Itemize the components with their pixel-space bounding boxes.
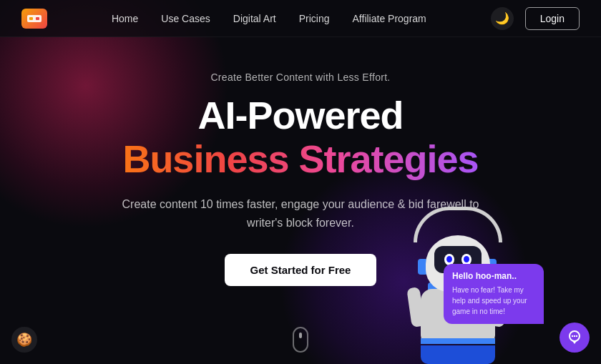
- nav-digital-art[interactable]: Digital Art: [233, 13, 276, 24]
- hero-title-white: AI-Powered: [197, 94, 403, 137]
- svg-point-5: [574, 335, 575, 337]
- cta-button[interactable]: Get Started for Free: [225, 254, 377, 286]
- nav-use-cases[interactable]: Use Cases: [161, 13, 210, 24]
- cookie-button[interactable]: 🍪: [11, 327, 37, 353]
- login-button[interactable]: Login: [525, 7, 580, 30]
- scroll-dot: [299, 333, 302, 338]
- nav-home[interactable]: Home: [112, 13, 138, 24]
- chat-icon: [567, 330, 582, 345]
- chat-bubble: Hello hoo-man.. Have no fear! Take my he…: [444, 264, 544, 324]
- robot-illustration: Hello hoo-man.. Have no fear! Take my he…: [386, 221, 544, 364]
- logo[interactable]: [21, 9, 47, 29]
- scroll-indicator: [293, 327, 308, 353]
- logo-icon: [21, 9, 47, 29]
- dark-mode-toggle[interactable]: 🌙: [491, 7, 514, 30]
- nav-affiliate[interactable]: Affiliate Program: [353, 13, 426, 24]
- nav-pricing[interactable]: Pricing: [299, 13, 330, 24]
- scroll-pill: [293, 327, 308, 353]
- nav-links: Home Use Cases Digital Art Pricing Affil…: [112, 13, 426, 24]
- chat-bubble-text: Have no fear! Take my help and speed up …: [452, 285, 535, 317]
- nav-right: 🌙 Login: [491, 7, 580, 30]
- svg-rect-2: [36, 17, 39, 20]
- robot-stripe-1: [421, 338, 495, 344]
- chat-support-button[interactable]: [560, 323, 590, 353]
- svg-rect-1: [29, 17, 33, 20]
- hero-subtitle: Create Better Content with Less Effort.: [210, 72, 390, 83]
- navbar: Home Use Cases Digital Art Pricing Affil…: [0, 0, 601, 37]
- svg-point-4: [572, 335, 573, 337]
- hero-title-gradient: Business Strategies: [122, 137, 478, 181]
- svg-point-6: [576, 335, 577, 337]
- robot-base: [421, 348, 495, 364]
- chat-bubble-title: Hello hoo-man..: [452, 271, 535, 281]
